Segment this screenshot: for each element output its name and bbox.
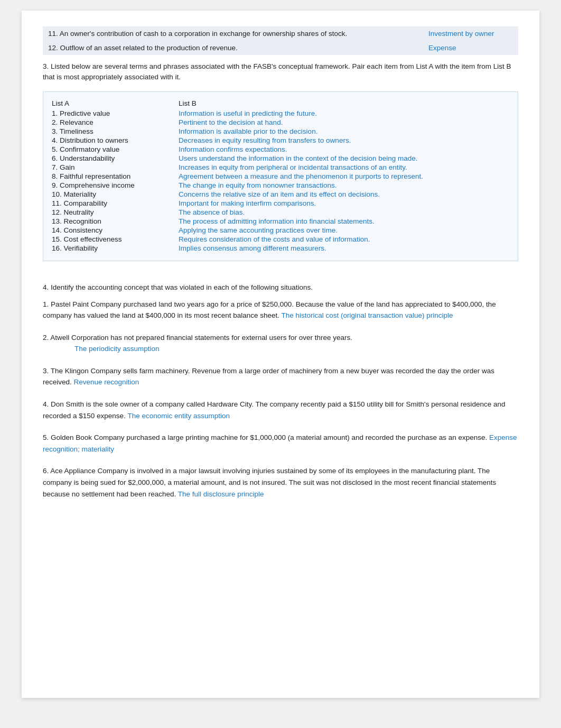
list-item: 2. RelevancePertinent to the decision at… xyxy=(52,118,509,126)
top-questions-table: 11. An owner's contribution of cash to a… xyxy=(43,26,518,55)
list-item: 16. VerifiabilityImplies consensus among… xyxy=(52,244,509,252)
list-a-item: 16. Verifiability xyxy=(52,244,179,252)
table-row: 12. Outflow of an asset related to the p… xyxy=(43,41,518,55)
situation-block: 4. Don Smith is the sole owner of a comp… xyxy=(43,399,518,421)
list-a-item: 6. Understandability xyxy=(52,154,179,162)
list-b-header: List B xyxy=(179,99,509,107)
list-b-item: Decreases in equity resulting from trans… xyxy=(179,136,509,144)
situation-number: 1. xyxy=(43,300,51,308)
situation-number: 2. xyxy=(43,334,50,342)
list-b-item: Information confirms expectations. xyxy=(179,145,509,153)
list-matching-section: List A List B 1. Predictive valueInforma… xyxy=(43,91,518,261)
situation-block: 2. Atwell Corporation has not prepared f… xyxy=(43,332,518,355)
list-a-item: 2. Relevance xyxy=(52,118,179,126)
answer-11-text: Investment by owner xyxy=(423,26,518,41)
list-a-item: 10. Materiality xyxy=(52,190,179,198)
list-headers: List A List B xyxy=(52,99,509,107)
question-11-text: 11. An owner's contribution of cash to a… xyxy=(43,26,423,41)
question-12-text: 12. Outflow of an asset related to the p… xyxy=(43,41,423,55)
list-a-item: 7. Gain xyxy=(52,163,179,171)
situation-block: 3. The Klingon Company sells farm machin… xyxy=(43,365,518,388)
situation-block: 5. Golden Book Company purchased a large… xyxy=(43,432,518,455)
table-row: 11. An owner's contribution of cash to a… xyxy=(43,26,518,41)
situation-text: Don Smith is the sole owner of a company… xyxy=(43,400,506,420)
situation-answer: Revenue recognition xyxy=(72,378,139,386)
answer-12-text: Expense xyxy=(423,41,518,55)
list-b-item: The change in equity from nonowner trans… xyxy=(179,181,509,189)
situation-number: 6. xyxy=(43,467,50,475)
situation-block: 1. Pastel Paint Company purchased land t… xyxy=(43,299,518,321)
situation-answer: The historical cost (original transactio… xyxy=(279,311,453,319)
situation-answer: The full disclosure principle xyxy=(176,490,264,498)
list-a-item: 4. Distribution to owners xyxy=(52,136,179,144)
list-b-item: Users understand the information in the … xyxy=(179,154,509,162)
list-item: 5. Confirmatory valueInformation confirm… xyxy=(52,145,509,153)
list-a-item: 13. Recognition xyxy=(52,217,179,225)
list-a-item: 14. Consistency xyxy=(52,226,179,234)
list-item: 9. Comprehensive incomeThe change in equ… xyxy=(52,181,509,189)
page-container: 11. An owner's contribution of cash to a… xyxy=(22,11,539,698)
list-item: 11. ComparabilityImportant for making in… xyxy=(52,199,509,207)
spacer-1 xyxy=(43,274,518,283)
list-a-item: 1. Predictive value xyxy=(52,109,179,117)
list-item: 10. MaterialityConcerns the relative siz… xyxy=(52,190,509,198)
list-b-item: Information is available prior to the de… xyxy=(179,127,509,135)
situation-text: Atwell Corporation has not prepared fina… xyxy=(50,334,352,342)
situation-answer: The periodicity assumption xyxy=(74,345,160,353)
list-b-item: The absence of bias. xyxy=(179,208,509,216)
list-item: 14. ConsistencyApplying the same account… xyxy=(52,226,509,234)
situation-number: 4. xyxy=(43,400,51,408)
list-item: 13. RecognitionThe process of admitting … xyxy=(52,217,509,225)
situations-container: 1. Pastel Paint Company purchased land t… xyxy=(43,299,518,500)
situation-number: 5. xyxy=(43,434,51,441)
list-item: 8. Faithful representationAgreement betw… xyxy=(52,172,509,180)
situation-text: Ace Appliance Company is involved in a m… xyxy=(43,467,496,497)
list-b-item: Requires consideration of the costs and … xyxy=(179,235,509,243)
list-a-item: 5. Confirmatory value xyxy=(52,145,179,153)
list-item: 15. Cost effectivenessRequires considera… xyxy=(52,235,509,243)
list-item: 12. NeutralityThe absence of bias. xyxy=(52,208,509,216)
list-rows-container: 1. Predictive valueInformation is useful… xyxy=(52,109,509,252)
list-item: 6. UnderstandabilityUsers understand the… xyxy=(52,154,509,162)
situation-answer: The economic entity assumption xyxy=(126,412,230,420)
intro-text: 3. Listed below are several terms and ph… xyxy=(43,61,518,83)
list-b-item: Applying the same accounting practices o… xyxy=(179,226,509,234)
list-item: 7. GainIncreases in equity from peripher… xyxy=(52,163,509,171)
list-b-item: Implies consensus among different measur… xyxy=(179,244,509,252)
list-b-item: Increases in equity from peripheral or i… xyxy=(179,163,509,171)
list-item: 4. Distribution to ownersDecreases in eq… xyxy=(52,136,509,144)
list-a-item: 9. Comprehensive income xyxy=(52,181,179,189)
situation-number: 3. xyxy=(43,367,51,375)
list-a-item: 11. Comparability xyxy=(52,199,179,207)
list-a-header: List A xyxy=(52,99,179,107)
list-b-item: Agreement between a measure and the phen… xyxy=(179,172,509,180)
question-4-heading: 4. Identify the accounting concept that … xyxy=(43,283,518,291)
list-a-item: 15. Cost effectiveness xyxy=(52,235,179,243)
list-b-item: The process of admitting information int… xyxy=(179,217,509,225)
situation-text: Golden Book Company purchased a large pr… xyxy=(51,434,487,441)
list-a-item: 12. Neutrality xyxy=(52,208,179,216)
list-item: 3. TimelinessInformation is available pr… xyxy=(52,127,509,135)
list-item: 1. Predictive valueInformation is useful… xyxy=(52,109,509,117)
list-a-item: 3. Timeliness xyxy=(52,127,179,135)
list-b-item: Concerns the relative size of an item an… xyxy=(179,190,509,198)
list-b-item: Pertinent to the decision at hand. xyxy=(179,118,509,126)
situation-block: 6. Ace Appliance Company is involved in … xyxy=(43,465,518,500)
list-b-item: Information is useful in predicting the … xyxy=(179,109,509,117)
list-b-item: Important for making interfirm compariso… xyxy=(179,199,509,207)
list-a-item: 8. Faithful representation xyxy=(52,172,179,180)
